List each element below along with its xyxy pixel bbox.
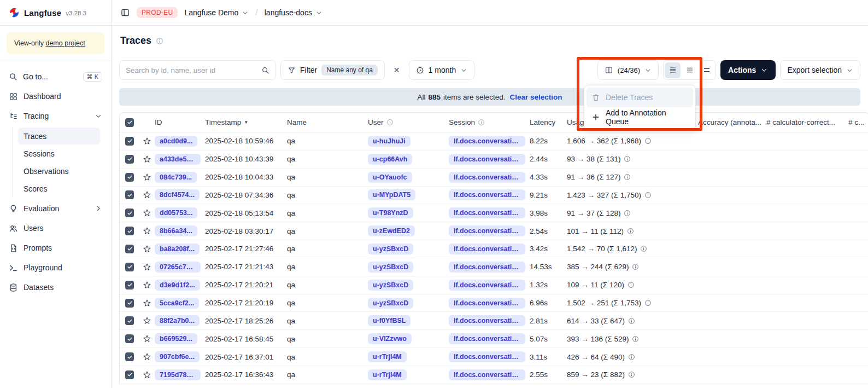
- user-badge[interactable]: u-yzSBxcD: [368, 244, 413, 254]
- session-badge[interactable]: lf.docs.conversation...: [449, 333, 525, 344]
- trace-id-badge[interactable]: 907cbf6e...: [155, 351, 200, 362]
- sidebar-item-sessions[interactable]: Sessions: [18, 145, 100, 162]
- row-checkbox[interactable]: [125, 334, 134, 343]
- sidebar-item-prompts[interactable]: Prompts: [4, 239, 107, 257]
- row-checkbox[interactable]: [125, 227, 134, 235]
- info-icon[interactable]: [156, 37, 163, 45]
- row-checkbox[interactable]: [125, 281, 134, 289]
- clear-selection-link[interactable]: Clear selection: [509, 93, 562, 101]
- info-icon[interactable]: [644, 299, 652, 306]
- table-row[interactable]: 907cbf6e... 2025-02-17 16:37:01 qa u-rTr…: [120, 348, 868, 366]
- row-checkbox[interactable]: [125, 352, 134, 361]
- row-checkbox[interactable]: [125, 209, 134, 217]
- session-badge[interactable]: lf.docs.conversation...: [449, 207, 525, 218]
- column-header-user[interactable]: User: [368, 118, 449, 126]
- info-icon[interactable]: [478, 119, 485, 126]
- user-badge[interactable]: u-rTrjl4M: [368, 351, 407, 362]
- star-icon[interactable]: [143, 155, 151, 164]
- column-header-id[interactable]: ID: [155, 118, 205, 126]
- sidebar-item-playground[interactable]: Playground: [4, 258, 107, 277]
- export-selection-button[interactable]: Export selection: [780, 60, 860, 80]
- session-badge[interactable]: lf.docs.conversation...: [449, 136, 525, 147]
- row-checkbox[interactable]: [125, 137, 134, 146]
- row-checkbox[interactable]: [125, 316, 134, 325]
- info-icon[interactable]: [386, 119, 394, 126]
- clear-filter-button[interactable]: ✕: [389, 62, 404, 78]
- column-header-calculator-score[interactable]: # calculator-correct...: [766, 118, 848, 126]
- column-header-timestamp[interactable]: Timestamp▼: [205, 118, 287, 126]
- star-icon[interactable]: [143, 263, 151, 271]
- sidebar-item-observations[interactable]: Observations: [18, 163, 100, 179]
- sidebar-item-dashboard[interactable]: Dashboard: [4, 87, 107, 106]
- row-checkbox[interactable]: [125, 245, 134, 253]
- session-badge[interactable]: lf.docs.conversation...: [449, 262, 525, 273]
- user-badge[interactable]: u-MYpDAT5: [368, 189, 415, 200]
- trace-id-badge[interactable]: 5cca9cf2...: [155, 298, 199, 309]
- row-checkbox[interactable]: [125, 173, 134, 182]
- trace-id-badge[interactable]: 07265c7a...: [155, 262, 201, 273]
- search-box[interactable]: [119, 60, 276, 80]
- row-height-small-button[interactable]: [665, 62, 681, 78]
- user-badge[interactable]: u-VIZzvwo: [368, 333, 412, 344]
- session-badge[interactable]: lf.docs.conversation...: [449, 172, 525, 183]
- session-badge[interactable]: lf.docs.conversation...: [449, 369, 525, 380]
- info-icon[interactable]: [644, 192, 652, 199]
- row-checkbox[interactable]: [125, 263, 134, 271]
- star-icon[interactable]: [143, 299, 151, 308]
- time-range-button[interactable]: 1 month: [409, 60, 475, 80]
- star-icon[interactable]: [143, 245, 151, 253]
- table-row[interactable]: d3e9d1f2... 2025-02-17 21:20:21 qa u-yzS…: [120, 276, 868, 294]
- info-icon[interactable]: [640, 245, 647, 252]
- info-icon[interactable]: [624, 155, 631, 163]
- sidebar-item-tracing[interactable]: Tracing: [4, 107, 107, 125]
- table-row[interactable]: 8dcf4574... 2025-02-18 07:34:36 qa u-MYp…: [120, 187, 868, 205]
- session-badge[interactable]: lf.docs.conversation...: [449, 280, 525, 291]
- menu-item-add-to-annotation-queue[interactable]: Add to Annotation Queue: [587, 107, 693, 127]
- select-all-checkbox[interactable]: [125, 118, 134, 127]
- trace-id-badge[interactable]: a433de51...: [155, 154, 201, 165]
- table-row[interactable]: 88f2a7b0... 2025-02-17 18:25:26 qa u-f0Y…: [120, 312, 868, 330]
- table-row[interactable]: 07265c7a... 2025-02-17 21:21:43 qa u-yzS…: [120, 258, 868, 276]
- star-icon[interactable]: [143, 173, 151, 182]
- session-badge[interactable]: lf.docs.conversation...: [449, 244, 525, 254]
- sidebar-item-traces[interactable]: Traces: [18, 128, 100, 144]
- sidebar-item-scores[interactable]: Scores: [18, 180, 100, 197]
- trace-id-badge[interactable]: dd05753...: [155, 207, 197, 218]
- sidebar-item-users[interactable]: Users: [4, 219, 107, 238]
- star-icon[interactable]: [143, 281, 151, 289]
- star-icon[interactable]: [143, 334, 151, 343]
- sidebar-item-evaluation[interactable]: Evaluation: [4, 199, 107, 218]
- trace-id-badge[interactable]: 7195d78e...: [155, 369, 201, 380]
- trace-id-badge[interactable]: 88f2a7b0...: [155, 315, 200, 326]
- table-row[interactable]: 5cca9cf2... 2025-02-17 21:20:19 qa u-yzS…: [120, 294, 868, 312]
- info-icon[interactable]: [632, 335, 639, 343]
- info-icon[interactable]: [624, 173, 631, 181]
- trace-id-badge[interactable]: 8b66a34...: [155, 225, 197, 236]
- session-badge[interactable]: lf.docs.conversation...: [449, 298, 525, 309]
- table-row[interactable]: 8b66a34... 2025-02-18 03:30:17 qa u-zEwd…: [120, 222, 868, 240]
- info-icon[interactable]: [624, 210, 631, 217]
- star-icon[interactable]: [143, 209, 151, 217]
- trace-id-badge[interactable]: a0cd0d9...: [155, 136, 197, 147]
- user-badge[interactable]: u-OYauofc: [368, 172, 412, 183]
- session-badge[interactable]: lf.docs.conversation...: [449, 189, 525, 200]
- session-badge[interactable]: lf.docs.conversation...: [449, 154, 525, 165]
- row-checkbox[interactable]: [125, 370, 134, 379]
- user-badge[interactable]: u-yzSBxcD: [368, 262, 413, 273]
- trace-id-badge[interactable]: ba8a208f...: [155, 244, 200, 254]
- column-header-accuracy-score[interactable]: Accuracy (annota...: [688, 118, 766, 126]
- info-icon[interactable]: [627, 281, 635, 288]
- user-badge[interactable]: u-yzSBxcD: [368, 298, 413, 309]
- row-checkbox[interactable]: [125, 299, 134, 308]
- star-icon[interactable]: [143, 370, 151, 379]
- sidebar-item-datasets[interactable]: Datasets: [4, 278, 107, 297]
- column-header-session[interactable]: Session: [449, 118, 530, 126]
- row-checkbox[interactable]: [125, 190, 134, 199]
- user-badge[interactable]: u-yzSBxcD: [368, 280, 413, 291]
- column-header-latency[interactable]: Latency: [530, 118, 567, 126]
- info-icon[interactable]: [628, 354, 635, 361]
- user-badge[interactable]: u-f0YfBSL: [368, 315, 410, 326]
- column-visibility-button[interactable]: (24/36): [597, 60, 659, 80]
- project-switcher[interactable]: langfuse-docs: [265, 8, 322, 17]
- search-input[interactable]: [126, 66, 257, 74]
